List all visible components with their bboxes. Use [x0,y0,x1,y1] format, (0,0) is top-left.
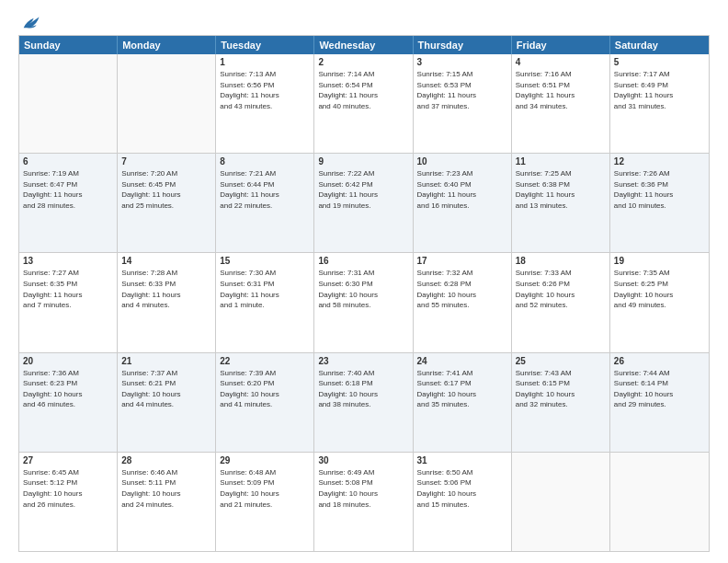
empty-cell-r4-c6 [610,453,709,551]
cell-line-10-3: and 16 minutes. [417,201,507,212]
cell-line-28-3: and 24 minutes. [121,500,211,511]
cell-line-17-0: Sunrise: 7:32 AM [417,268,507,279]
logo [18,15,40,28]
day-cell-24: 24Sunrise: 7:41 AMSunset: 6:17 PMDayligh… [414,353,512,452]
cell-line-25-0: Sunrise: 7:43 AM [516,368,606,379]
day-number-25: 25 [516,356,606,366]
day-cell-14: 14Sunrise: 7:28 AMSunset: 6:33 PMDayligh… [118,253,216,351]
cell-line-17-2: Daylight: 10 hours [417,290,507,301]
cell-line-20-1: Sunset: 6:23 PM [23,378,113,389]
day-number-5: 5 [614,57,705,67]
cell-line-2-0: Sunrise: 7:14 AM [318,69,408,80]
cell-line-26-1: Sunset: 6:14 PM [614,378,705,389]
cell-line-24-3: and 35 minutes. [417,399,507,410]
cell-line-23-3: and 38 minutes. [318,399,408,410]
cell-line-26-3: and 29 minutes. [614,399,705,410]
cell-line-23-2: Daylight: 10 hours [318,389,408,400]
cell-line-18-2: Daylight: 10 hours [516,290,606,301]
cell-line-13-3: and 7 minutes. [23,300,113,311]
day-cell-30: 30Sunrise: 6:49 AMSunset: 5:08 PMDayligh… [314,453,413,551]
day-cell-21: 21Sunrise: 7:37 AMSunset: 6:21 PMDayligh… [118,353,216,452]
day-number-15: 15 [220,256,310,266]
cell-line-1-1: Sunset: 6:56 PM [220,80,310,91]
cell-line-27-0: Sunrise: 6:45 AM [23,467,113,478]
cell-line-19-1: Sunset: 6:25 PM [614,279,705,290]
day-cell-28: 28Sunrise: 6:46 AMSunset: 5:11 PMDayligh… [118,453,216,551]
calendar-row-1: 1Sunrise: 7:13 AMSunset: 6:56 PMDaylight… [19,54,709,154]
cell-line-28-0: Sunrise: 6:46 AM [121,467,211,478]
day-number-29: 29 [220,455,310,465]
day-cell-5: 5Sunrise: 7:17 AMSunset: 6:49 PMDaylight… [610,54,709,153]
cell-line-15-2: Daylight: 11 hours [220,290,310,301]
cell-line-3-2: Daylight: 11 hours [417,90,507,101]
cell-line-8-1: Sunset: 6:44 PM [220,179,310,190]
cell-line-31-1: Sunset: 5:06 PM [417,477,507,488]
calendar-body: 1Sunrise: 7:13 AMSunset: 6:56 PMDaylight… [19,54,709,551]
cell-line-24-2: Daylight: 10 hours [417,389,507,400]
day-number-30: 30 [318,455,408,465]
cell-line-24-1: Sunset: 6:17 PM [417,378,507,389]
day-cell-25: 25Sunrise: 7:43 AMSunset: 6:15 PMDayligh… [512,353,610,452]
cell-line-15-1: Sunset: 6:31 PM [220,279,310,290]
cell-line-21-2: Daylight: 10 hours [121,389,211,400]
cell-line-28-1: Sunset: 5:11 PM [121,477,211,488]
day-cell-13: 13Sunrise: 7:27 AMSunset: 6:35 PMDayligh… [19,253,118,351]
day-number-18: 18 [516,256,606,266]
cell-line-6-3: and 28 minutes. [23,201,113,212]
cell-line-29-1: Sunset: 5:09 PM [220,477,310,488]
header-cell-friday: Friday [512,36,610,54]
empty-cell-r0-c0 [19,54,118,153]
day-number-13: 13 [23,256,113,266]
cell-line-2-2: Daylight: 11 hours [318,90,408,101]
calendar-row-4: 20Sunrise: 7:36 AMSunset: 6:23 PMDayligh… [19,353,709,453]
cell-line-12-0: Sunrise: 7:26 AM [614,168,705,179]
cell-line-16-3: and 58 minutes. [318,300,408,311]
cell-line-5-1: Sunset: 6:49 PM [614,80,705,91]
cell-line-11-2: Daylight: 11 hours [516,190,606,201]
cell-line-29-2: Daylight: 10 hours [220,488,310,500]
day-cell-6: 6Sunrise: 7:19 AMSunset: 6:47 PMDaylight… [19,154,118,252]
day-number-16: 16 [318,256,408,266]
day-number-17: 17 [417,256,507,266]
cell-line-7-2: Daylight: 11 hours [121,190,211,201]
calendar-row-2: 6Sunrise: 7:19 AMSunset: 6:47 PMDaylight… [19,154,709,253]
day-number-31: 31 [417,455,507,465]
logo-bird-icon [20,15,40,31]
day-number-4: 4 [516,57,606,67]
cell-line-15-0: Sunrise: 7:30 AM [220,268,310,279]
header-cell-saturday: Saturday [610,36,709,54]
day-number-14: 14 [121,256,211,266]
cell-line-25-3: and 32 minutes. [516,399,606,410]
cell-line-18-0: Sunrise: 7:33 AM [516,268,606,279]
cell-line-6-1: Sunset: 6:47 PM [23,179,113,190]
day-cell-7: 7Sunrise: 7:20 AMSunset: 6:45 PMDaylight… [118,154,216,252]
cell-line-7-3: and 25 minutes. [121,201,211,212]
cell-line-25-2: Daylight: 10 hours [516,389,606,400]
cell-line-18-3: and 52 minutes. [516,300,606,311]
cell-line-16-0: Sunrise: 7:31 AM [318,268,408,279]
cell-line-26-0: Sunrise: 7:44 AM [614,368,705,379]
cell-line-7-1: Sunset: 6:45 PM [121,179,211,190]
cell-line-23-0: Sunrise: 7:40 AM [318,368,408,379]
day-number-22: 22 [220,356,310,366]
day-cell-20: 20Sunrise: 7:36 AMSunset: 6:23 PMDayligh… [19,353,118,452]
empty-cell-r4-c5 [512,453,610,551]
cell-line-20-2: Daylight: 10 hours [23,389,113,400]
header [18,15,710,28]
day-cell-8: 8Sunrise: 7:21 AMSunset: 6:44 PMDaylight… [216,154,314,252]
cell-line-21-1: Sunset: 6:21 PM [121,378,211,389]
cell-line-19-2: Daylight: 10 hours [614,290,705,301]
cell-line-31-3: and 15 minutes. [417,500,507,511]
cell-line-12-2: Daylight: 11 hours [614,190,705,201]
calendar: SundayMondayTuesdayWednesdayThursdayFrid… [18,35,710,552]
cell-line-6-2: Daylight: 11 hours [23,190,113,201]
cell-line-17-3: and 55 minutes. [417,300,507,311]
cell-line-12-1: Sunset: 6:36 PM [614,179,705,190]
calendar-row-5: 27Sunrise: 6:45 AMSunset: 5:12 PMDayligh… [19,453,709,551]
cell-line-13-0: Sunrise: 7:27 AM [23,268,113,279]
day-number-12: 12 [614,156,705,167]
day-cell-9: 9Sunrise: 7:22 AMSunset: 6:42 PMDaylight… [314,154,413,252]
cell-line-14-3: and 4 minutes. [121,300,211,311]
cell-line-3-3: and 37 minutes. [417,101,507,112]
cell-line-17-1: Sunset: 6:28 PM [417,279,507,290]
